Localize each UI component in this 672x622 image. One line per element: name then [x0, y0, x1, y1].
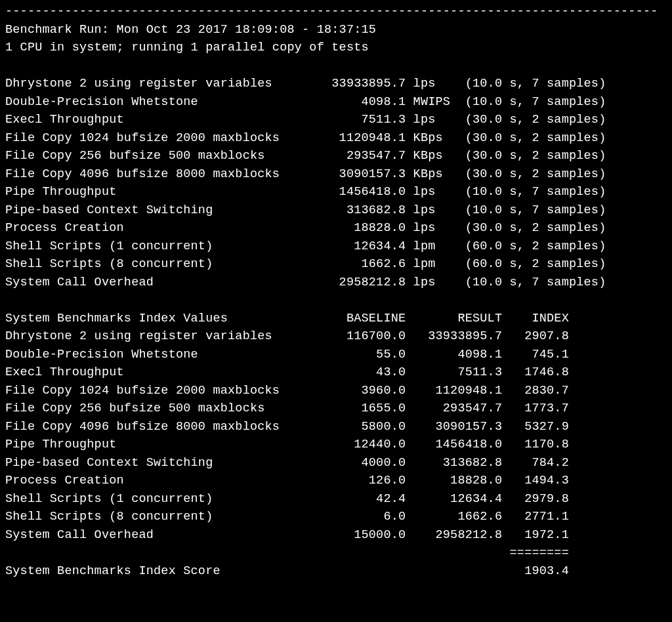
index-row: File Copy 1024 bufsize 2000 maxblocks 39… — [5, 384, 569, 398]
index-separator: ======== — [5, 546, 569, 560]
result-row: Dhrystone 2 using register variables 339… — [5, 77, 606, 91]
index-row: Double-Precision Whetstone 55.0 4098.1 7… — [5, 348, 569, 362]
index-row: System Call Overhead 15000.0 2958212.8 1… — [5, 528, 569, 542]
result-row: File Copy 4096 bufsize 8000 maxblocks 30… — [5, 167, 606, 181]
result-row: Execl Throughput 7511.3 lps (30.0 s, 2 s… — [5, 113, 606, 127]
index-row: Shell Scripts (8 concurrent) 6.0 1662.6 … — [5, 510, 569, 524]
index-row: Shell Scripts (1 concurrent) 42.4 12634.… — [5, 492, 569, 506]
index-row: Pipe-based Context Switching 4000.0 3136… — [5, 456, 569, 470]
index-score-line: System Benchmarks Index Score 1903.4 — [5, 564, 569, 578]
result-row: Process Creation 18828.0 lps (30.0 s, 2 … — [5, 221, 606, 235]
cpu-info-line: 1 CPU in system; running 1 parallel copy… — [5, 41, 369, 54]
index-row: File Copy 4096 bufsize 8000 maxblocks 58… — [5, 420, 569, 434]
result-row: File Copy 1024 bufsize 2000 maxblocks 11… — [5, 131, 606, 145]
result-row: Double-Precision Whetstone 4098.1 MWIPS … — [5, 95, 606, 109]
result-row: Pipe-based Context Switching 313682.8 lp… — [5, 203, 606, 217]
index-row: File Copy 256 bufsize 500 maxblocks 1655… — [5, 402, 569, 415]
result-row: Shell Scripts (8 concurrent) 1662.6 lpm … — [5, 257, 606, 271]
index-row: Process Creation 126.0 18828.0 1494.3 — [5, 474, 569, 487]
terminal-output: ----------------------------------------… — [0, 0, 672, 585]
index-header-row: System Benchmarks Index Values BASELINE … — [5, 312, 569, 325]
separator-line: ----------------------------------------… — [5, 5, 658, 18]
index-row: Dhrystone 2 using register variables 116… — [5, 329, 569, 343]
result-row: Pipe Throughput 1456418.0 lps (10.0 s, 7… — [5, 185, 606, 199]
result-row: Shell Scripts (1 concurrent) 12634.4 lpm… — [5, 239, 606, 253]
index-row: Pipe Throughput 12440.0 1456418.0 1170.8 — [5, 438, 569, 451]
result-row: System Call Overhead 2958212.8 lps (10.0… — [5, 276, 606, 289]
index-row: Execl Throughput 43.0 7511.3 1746.8 — [5, 365, 569, 379]
benchmark-run-header: Benchmark Run: Mon Oct 23 2017 18:09:08 … — [5, 23, 376, 37]
result-row: File Copy 256 bufsize 500 maxblocks 2935… — [5, 149, 606, 163]
